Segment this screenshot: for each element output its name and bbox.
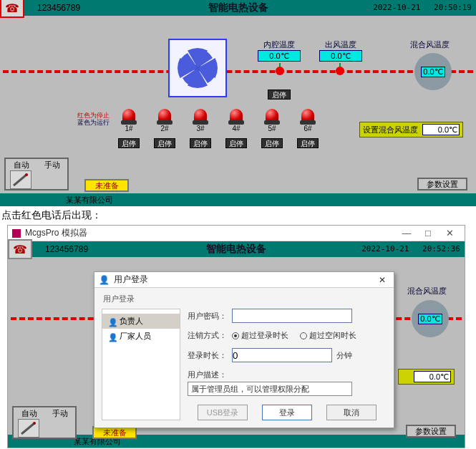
heater-3: 3#启停: [190, 109, 211, 148]
heater-number: 5#: [261, 125, 283, 132]
set-mix-temp-2[interactable]: 度 0.0℃: [398, 369, 455, 385]
password-input[interactable]: [232, 309, 352, 323]
heater-5: 5#启停: [261, 109, 283, 148]
login-subtitle: 用户登录: [103, 294, 387, 304]
outlet-temp-block: 出风温度 0.0℃: [319, 39, 362, 62]
fan-start-stop-button[interactable]: 启停: [268, 90, 291, 100]
heater-2: 2#启停: [154, 109, 175, 148]
hmi-screen-1: ☎ 123456789 智能电热设备 2022-10-21 20:50:19 启…: [0, 0, 476, 193]
mode-box: 自动 手动: [4, 158, 69, 190]
clock: 2022-10-21 20:50:19: [364, 3, 472, 12]
login-dialog-title: 用户登录: [114, 274, 148, 286]
heater-lamp-icon: [157, 109, 173, 125]
outlet-temp-label: 出风温度: [319, 39, 362, 50]
divider-dashed: [3, 70, 473, 73]
heater-6: 6#启停: [297, 109, 319, 148]
heater-start-stop-button[interactable]: 启停: [118, 138, 140, 148]
window-close-button[interactable]: ✕: [439, 226, 460, 241]
valve-1-icon: [275, 63, 285, 76]
window-minimize-button[interactable]: ―: [396, 226, 417, 241]
inner-temp-value: 0.0℃: [258, 50, 301, 62]
clock-2: 2022-10-21 20:52:36: [353, 244, 460, 254]
mix-temp-label: 混合风温度: [404, 39, 455, 50]
mix-temp-gauge: 0.0℃: [414, 53, 452, 90]
user-desc-label: 用户描述：: [188, 370, 228, 380]
login-dialog: 👤 用户登录 ✕ 用户登录 👤 负责人 👤: [94, 271, 394, 428]
mode-manual-tab-2[interactable]: 手动: [44, 407, 75, 420]
simulator-title: McgsPro 模拟器: [25, 227, 87, 239]
login-button[interactable]: 登录: [262, 405, 312, 420]
logout-opt-idle-duration[interactable]: 超过空闲时长: [300, 330, 356, 341]
outlet-temp-value: 0.0℃: [319, 50, 362, 62]
hmi-screen-2: ☎ 123456789 智能电热设备 2022-10-21 20:52:36 混…: [8, 241, 465, 435]
set-mix-value-2[interactable]: 0.0℃: [414, 371, 451, 382]
login-duration-unit: 分钟: [336, 350, 352, 361]
login-duration-input[interactable]: [232, 348, 332, 362]
simulator-window: McgsPro 模拟器 ― □ ✕ ☎ 123456789 智能电热设备 202…: [7, 225, 465, 448]
mode-box-2: 自动 手动: [12, 406, 77, 439]
heater-number: 2#: [154, 125, 175, 132]
mode-auto-tab[interactable]: 自动: [6, 159, 37, 171]
login-role-factory[interactable]: 👤 厂家人员: [102, 329, 180, 344]
time-text: 20:50:19: [434, 3, 472, 12]
param-settings-button[interactable]: 参数设置: [417, 178, 467, 190]
login-dialog-close-button[interactable]: ✕: [375, 275, 389, 285]
svg-line-3: [21, 423, 34, 434]
user-desc-value: 属于管理员组，可以管理权限分配: [188, 382, 352, 396]
mix-temp-gauge-2: 0.0℃: [412, 300, 449, 337]
valve-2-icon: [335, 63, 345, 76]
heater-start-stop-button[interactable]: 启停: [297, 138, 319, 148]
heater-start-stop-button[interactable]: 启停: [190, 138, 211, 148]
heater-lamp-icon: [228, 109, 244, 125]
probe-icon: [10, 170, 31, 189]
heater-start-stop-button[interactable]: 启停: [225, 138, 247, 148]
svg-line-1: [14, 175, 26, 185]
status-indicator: 未准备: [84, 179, 129, 192]
login-role-owner-label: 负责人: [120, 316, 143, 327]
date-text-2: 2022-10-21: [361, 244, 409, 254]
inter-caption: 点击红色电话后出现：: [0, 206, 476, 225]
logout-mode-label: 注销方式：: [188, 330, 228, 341]
login-dialog-titlebar[interactable]: 👤 用户登录 ✕: [94, 272, 394, 288]
set-mix-temp[interactable]: 设置混合风温度 0.0℃: [359, 122, 463, 137]
logout-opt-login-duration[interactable]: 超过登录时长: [232, 330, 288, 341]
inner-temp-label: 内腔温度: [258, 39, 301, 50]
legend-text: 红色为停止 蓝色为运行: [77, 112, 110, 126]
inner-temp-block: 内腔温度 0.0℃: [258, 39, 301, 62]
mix-temp-label-2: 混合风温度: [402, 286, 452, 296]
mode-manual-tab[interactable]: 手动: [37, 159, 67, 171]
person-icon: 👤: [108, 333, 115, 340]
password-label: 用户密码：: [188, 311, 228, 322]
cancel-button[interactable]: 取消: [326, 405, 377, 420]
probe-icon-2: [18, 419, 39, 438]
login-role-owner[interactable]: 👤 负责人: [102, 314, 180, 329]
login-role-factory-label: 厂家人员: [120, 331, 151, 342]
login-role-list[interactable]: 👤 负责人 👤 厂家人员: [102, 309, 180, 420]
heater-1: 1#启停: [118, 109, 140, 148]
svg-point-2: [25, 173, 28, 176]
fan-graphic: [168, 39, 227, 97]
heater-number: 4#: [225, 125, 247, 132]
person-icon: 👤: [108, 318, 115, 325]
svg-point-4: [33, 422, 36, 425]
heaters-row: 1#启停2#启停3#启停4#启停5#启停6#启停: [118, 109, 319, 148]
mix-temp-block: 混合风温度: [404, 39, 455, 50]
simulator-app-icon: [12, 229, 21, 238]
heater-start-stop-button[interactable]: 启停: [154, 138, 175, 148]
heater-lamp-icon: [300, 109, 316, 125]
user-icon: 👤: [99, 275, 110, 285]
heater-start-stop-button[interactable]: 启停: [261, 138, 283, 148]
time-text-2: 20:52:36: [422, 244, 460, 254]
set-mix-value[interactable]: 0.0℃: [422, 124, 460, 135]
fan-icon: [173, 43, 223, 93]
mode-auto-tab-2[interactable]: 自动: [14, 407, 44, 420]
simulator-titlebar[interactable]: McgsPro 模拟器 ― □ ✕: [8, 226, 465, 241]
heater-number: 6#: [297, 125, 319, 132]
param-settings-button-2[interactable]: 参数设置: [406, 425, 456, 438]
login-duration-label: 登录时长：: [188, 350, 228, 361]
legend-stopped: 红色为停止: [77, 112, 110, 119]
window-maximize-button[interactable]: □: [417, 226, 439, 241]
mix-temp-value-2: 0.0℃: [418, 314, 442, 324]
usb-login-button[interactable]: USB登录: [198, 405, 248, 420]
heater-4: 4#启停: [225, 109, 247, 148]
